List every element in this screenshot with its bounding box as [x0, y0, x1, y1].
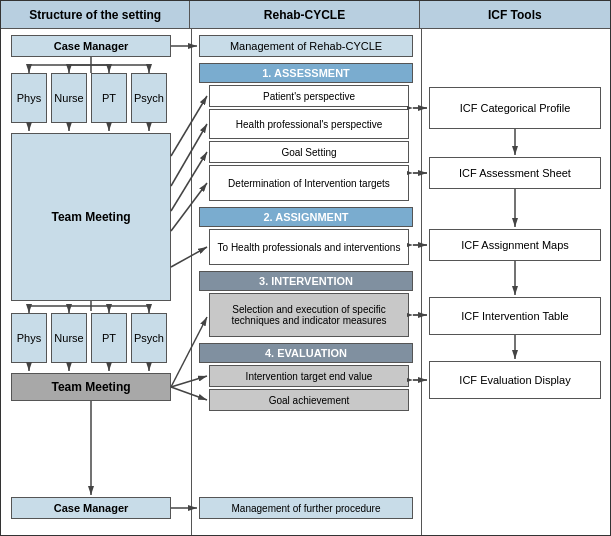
- header-col1: Structure of the setting: [1, 1, 190, 28]
- icf-tool-1: ICF Categorical Profile: [429, 87, 601, 129]
- prof-psych-top: Psych: [131, 73, 167, 123]
- svg-line-20: [171, 247, 207, 267]
- icf-tool-3: ICF Assignment Maps: [429, 229, 601, 261]
- svg-line-32: [171, 376, 207, 387]
- prof-nurse-bottom: Nurse: [51, 313, 87, 363]
- management-bottom: Management of further procedure: [199, 497, 413, 519]
- section1-item3: Goal Setting: [209, 141, 409, 163]
- team-meeting-top: Team Meeting: [11, 133, 171, 301]
- section2-header: 2. ASSIGNMENT: [199, 207, 413, 227]
- section1-item4: Determination of Intervention targets: [209, 165, 409, 201]
- col-divider-2: [421, 1, 422, 536]
- section4-header: 4. EVALUATION: [199, 343, 413, 363]
- section2-item1: To Health professionals and intervention…: [209, 229, 409, 265]
- case-manager-top: Case Manager: [11, 35, 171, 57]
- section1-header: 1. ASSESSMENT: [199, 63, 413, 83]
- prof-pt-top: PT: [91, 73, 127, 123]
- prof-pt-bottom: PT: [91, 313, 127, 363]
- icf-tool-2: ICF Assessment Sheet: [429, 157, 601, 189]
- svg-line-17: [171, 124, 207, 186]
- svg-line-18: [171, 152, 207, 211]
- header-col2: Rehab-CYCLE: [190, 1, 419, 28]
- case-manager-bottom: Case Manager: [11, 497, 171, 519]
- header-row: Structure of the setting Rehab-CYCLE ICF…: [1, 1, 610, 29]
- management-top: Management of Rehab-CYCLE: [199, 35, 413, 57]
- section1-item2: Health professional's perspective: [209, 109, 409, 139]
- section4-item1: Intervention target end value: [209, 365, 409, 387]
- prof-nurse-top: Nurse: [51, 73, 87, 123]
- prof-psych-bottom: Psych: [131, 313, 167, 363]
- team-meeting-bottom: Team Meeting: [11, 373, 171, 401]
- main-container: Structure of the setting Rehab-CYCLE ICF…: [0, 0, 611, 536]
- prof-phys-bottom: Phys: [11, 313, 47, 363]
- section3-header: 3. INTERVENTION: [199, 271, 413, 291]
- svg-line-33: [171, 387, 207, 400]
- icf-tool-5: ICF Evaluation Display: [429, 361, 601, 399]
- icf-tool-4: ICF Intervention Table: [429, 297, 601, 335]
- col-divider-1: [191, 1, 192, 536]
- section1-item1: Patient's perspective: [209, 85, 409, 107]
- header-col3: ICF Tools: [420, 1, 610, 28]
- prof-phys-top: Phys: [11, 73, 47, 123]
- svg-line-16: [171, 96, 207, 156]
- section3-item1: Selection and execution of specific tech…: [209, 293, 409, 337]
- section4-item2: Goal achievement: [209, 389, 409, 411]
